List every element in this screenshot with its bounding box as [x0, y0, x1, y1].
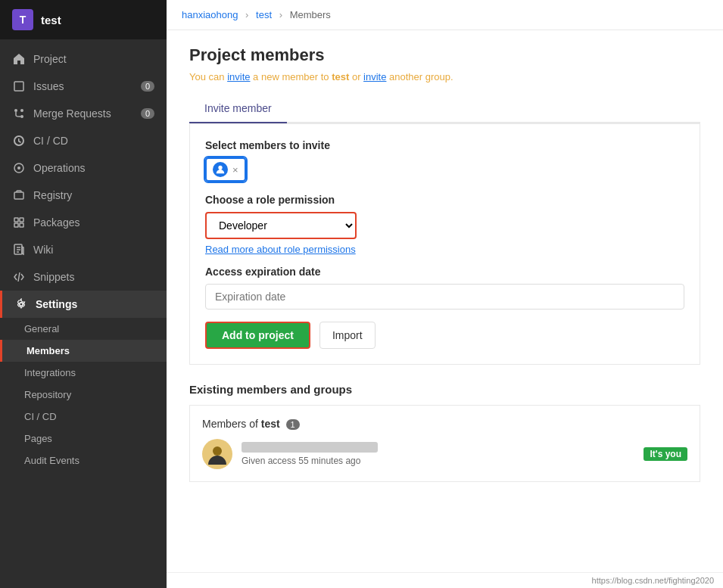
- breadcrumb-hanxiaohong[interactable]: hanxiaohong: [182, 9, 238, 20]
- sidebar-subitem-repository[interactable]: Repository: [0, 384, 167, 406]
- svg-rect-10: [20, 223, 23, 227]
- sidebar-nav: Project Issues 0 Merge Requests 0 CI / C…: [0, 39, 167, 478]
- issues-badge: 0: [141, 81, 154, 92]
- sidebar-item-ci-cd[interactable]: CI / CD: [0, 127, 167, 154]
- table-row: Given access 55 minutes ago It's you: [202, 439, 687, 469]
- breadcrumb-members: Members: [290, 9, 331, 20]
- svg-point-2: [20, 115, 23, 118]
- member-access-time: Given access 55 minutes ago: [242, 456, 634, 466]
- sidebar-subitem-members[interactable]: Members: [0, 340, 167, 362]
- svg-point-12: [218, 166, 222, 170]
- avatar: T: [12, 9, 33, 30]
- sidebar-item-settings[interactable]: Settings: [0, 291, 167, 318]
- sidebar-item-packages[interactable]: Packages: [0, 209, 167, 236]
- registry-icon: [12, 188, 26, 202]
- page-title: Project members: [189, 45, 700, 65]
- svg-rect-8: [20, 218, 23, 222]
- operations-icon: [12, 161, 26, 175]
- issues-icon: [12, 79, 26, 93]
- select-members-label: Select members to invite: [205, 139, 684, 151]
- sidebar-item-merge-requests[interactable]: Merge Requests 0: [0, 100, 167, 127]
- mr-badge: 0: [141, 108, 154, 119]
- svg-point-1: [14, 109, 17, 112]
- svg-rect-7: [14, 218, 18, 222]
- url-bar: https://blog.csdn.net/fighting2020: [167, 572, 723, 588]
- cicd-icon: [12, 134, 26, 148]
- wiki-icon: [12, 243, 26, 257]
- expiration-date-input[interactable]: [205, 284, 684, 310]
- svg-rect-0: [14, 82, 23, 91]
- tab-invite-member[interactable]: Invite member: [189, 95, 287, 123]
- sidebar-subitem-ci-cd[interactable]: CI / CD: [0, 406, 167, 428]
- avatar: [202, 439, 232, 469]
- its-you-badge: It's you: [644, 447, 687, 461]
- member-avatar-small: [213, 162, 228, 177]
- selected-member-container: ×: [205, 157, 246, 182]
- form-actions: Add to project Import: [205, 322, 684, 349]
- tab-bar: Invite member: [189, 95, 700, 123]
- member-remove-button[interactable]: ×: [232, 164, 238, 176]
- invite-form: Select members to invite × Choose a role…: [189, 123, 700, 365]
- svg-rect-9: [14, 223, 18, 227]
- sidebar-subitem-audit-events[interactable]: Audit Events: [0, 450, 167, 471]
- sidebar-item-operations[interactable]: Operations: [0, 154, 167, 182]
- sidebar-item-snippets[interactable]: Snippets: [0, 263, 167, 291]
- member-count-badge: 1: [286, 419, 300, 430]
- sidebar-item-registry[interactable]: Registry: [0, 182, 167, 209]
- expiration-label: Access expiration date: [205, 266, 684, 278]
- main-content: hanxiaohong › test › Members Project mem…: [167, 0, 723, 588]
- existing-title: Existing members and groups: [189, 383, 700, 396]
- home-icon: [12, 52, 26, 66]
- sidebar: T test Project Issues 0 Merge Requests 0: [0, 0, 167, 588]
- sidebar-subitem-integrations[interactable]: Integrations: [0, 362, 167, 384]
- sidebar-item-wiki[interactable]: Wiki: [0, 236, 167, 263]
- invite-link-1[interactable]: invite: [227, 71, 250, 82]
- settings-icon: [14, 297, 28, 311]
- svg-rect-15: [211, 460, 223, 465]
- role-label: Choose a role permission: [205, 194, 684, 206]
- members-group: Members of test 1 Given acc: [189, 405, 700, 482]
- packages-icon: [12, 216, 26, 229]
- role-select[interactable]: Guest Reporter Developer Maintainer Owne…: [205, 212, 357, 239]
- member-info: Given access 55 minutes ago: [242, 442, 634, 466]
- sidebar-header: T test: [0, 0, 167, 39]
- invite-link-2[interactable]: invite: [363, 71, 386, 82]
- member-name: [242, 442, 378, 453]
- sidebar-subitem-pages[interactable]: Pages: [0, 428, 167, 450]
- breadcrumb: hanxiaohong › test › Members: [167, 0, 723, 30]
- sidebar-subitem-general[interactable]: General: [0, 318, 167, 340]
- sidebar-item-project[interactable]: Project: [0, 45, 167, 73]
- sidebar-item-issues[interactable]: Issues 0: [0, 73, 167, 100]
- svg-point-3: [20, 109, 23, 112]
- role-permissions-link[interactable]: Read more about role permissions: [205, 244, 356, 255]
- existing-members-section: Existing members and groups Members of t…: [189, 383, 700, 482]
- snippets-icon: [12, 270, 26, 284]
- project-name: test: [41, 14, 61, 26]
- merge-icon: [12, 107, 26, 120]
- add-to-project-button[interactable]: Add to project: [205, 322, 310, 349]
- group-label: Members of test 1: [202, 418, 687, 430]
- import-button[interactable]: Import: [319, 322, 376, 349]
- svg-point-14: [213, 446, 222, 456]
- svg-rect-6: [14, 192, 23, 199]
- invite-text: You can invite a new member to test or i…: [189, 71, 700, 82]
- page-content: Project members You can invite a new mem…: [167, 30, 723, 572]
- svg-point-5: [17, 166, 20, 170]
- breadcrumb-test[interactable]: test: [256, 9, 272, 20]
